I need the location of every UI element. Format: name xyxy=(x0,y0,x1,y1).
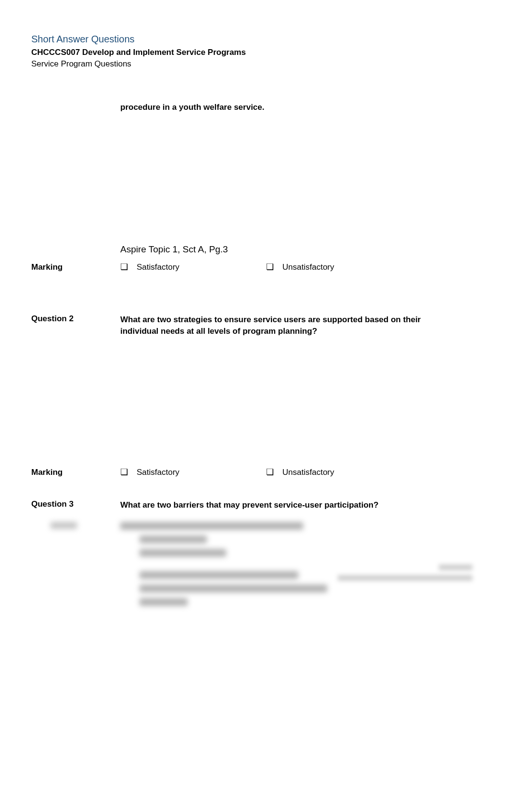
question3-table: Question 3 What are two barriers that ma… xyxy=(31,496,480,515)
checkbox-icon: ❏ xyxy=(266,262,274,271)
checkbox-icon: ❏ xyxy=(266,468,274,476)
satisfactory-option-2[interactable]: ❏ Satisfactory xyxy=(120,468,179,477)
unit-code: CHCCCS007 Develop and Implement Service … xyxy=(31,48,480,57)
marking-label-2: Marking xyxy=(31,464,120,481)
unsatisfactory-label: Unsatisfactory xyxy=(282,262,334,272)
question3-label: Question 3 xyxy=(31,496,120,515)
unsatisfactory-label-2: Unsatisfactory xyxy=(282,468,334,477)
question2-text: What are two strategies to ensure servic… xyxy=(120,314,480,337)
content-table: procedure in a youth welfare service. As… xyxy=(31,98,480,481)
unsatisfactory-option[interactable]: ❏ Unsatisfactory xyxy=(266,262,334,272)
question2-label: Question 2 xyxy=(31,310,120,341)
checkbox-icon: ❏ xyxy=(120,468,128,476)
section-title: Short Answer Questions xyxy=(31,34,480,45)
question1-partial: procedure in a youth welfare service. xyxy=(120,102,480,113)
checkbox-icon: ❏ xyxy=(120,262,128,271)
unsatisfactory-option-2[interactable]: ❏ Unsatisfactory xyxy=(266,468,334,477)
marking-label-1: Marking xyxy=(31,259,120,276)
satisfactory-option[interactable]: ❏ Satisfactory xyxy=(120,262,179,272)
question1-reference: Aspire Topic 1, Sct A, Pg.3 xyxy=(120,244,480,255)
footer-blurred xyxy=(338,564,473,581)
satisfactory-label-2: Satisfactory xyxy=(137,468,179,477)
question3-text: What are two barriers that may prevent s… xyxy=(120,499,480,511)
satisfactory-label: Satisfactory xyxy=(137,262,179,272)
subtitle: Service Program Questions xyxy=(31,59,480,69)
